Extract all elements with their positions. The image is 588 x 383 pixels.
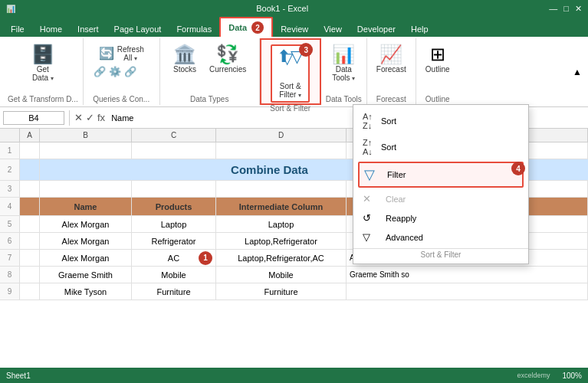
forecast-button[interactable]: 📈 Forecast: [372, 43, 411, 76]
cell-a7[interactable]: [20, 250, 40, 266]
forecast-items: 📈 Forecast: [372, 40, 411, 93]
queries-connections-button[interactable]: 🔄 RefreshAll ▾: [90, 43, 152, 64]
reapply-label: Reapply: [386, 214, 416, 223]
tab-help[interactable]: Help: [403, 21, 436, 37]
cell-b9[interactable]: Mike Tyson: [40, 283, 132, 300]
tab-view[interactable]: View: [316, 21, 350, 37]
sort-desc-item[interactable]: Z↑A↓ Sort: [353, 134, 528, 160]
cell-a1[interactable]: [20, 142, 40, 159]
cell-b6[interactable]: Alex Morgan: [40, 233, 132, 249]
cell-d5[interactable]: Laptop: [216, 216, 347, 232]
col-header-b[interactable]: B: [40, 129, 132, 142]
title-bar: 📊 Book1 - Excel — □ ✕: [0, 0, 588, 17]
cell-b3[interactable]: [40, 181, 132, 197]
title-bar-text: Book1 - Excel: [15, 4, 549, 13]
name-box[interactable]: [3, 111, 64, 125]
cell-d4[interactable]: Intermediate Column: [216, 198, 347, 215]
cell-b1[interactable]: [40, 142, 132, 159]
ribbon-group-queries: 🔄 RefreshAll ▾ 🔗 ⚙️ 🔗 Queries & Con...: [84, 38, 160, 105]
filter-label: Filter: [387, 170, 406, 179]
cell-d1[interactable]: [216, 142, 347, 159]
currencies-icon: 💱: [216, 45, 239, 64]
cell-c4[interactable]: Products: [132, 198, 216, 215]
sort-asc-item[interactable]: A↑Z↓ Sort: [353, 108, 528, 134]
tab-file[interactable]: File: [3, 21, 32, 37]
zoom-level: 100%: [562, 372, 582, 380]
col-header-a[interactable]: A: [20, 129, 40, 142]
properties-icon: ⚙️: [109, 66, 121, 77]
filter-item[interactable]: ▽ Filter 4: [358, 162, 524, 188]
sheet-tab[interactable]: Sheet1: [6, 372, 31, 380]
cell-a4[interactable]: [20, 198, 40, 215]
cell-a9[interactable]: [20, 283, 40, 300]
confirm-formula-icon[interactable]: ✓: [86, 112, 94, 123]
cell-d9[interactable]: Furniture: [216, 283, 347, 300]
tab-formulas[interactable]: Formulas: [169, 21, 219, 37]
tab-developer[interactable]: Developer: [350, 21, 403, 37]
clear-item[interactable]: ✕ Clear: [353, 189, 528, 208]
tab-review[interactable]: Review: [273, 21, 316, 37]
cell-c1[interactable]: [132, 142, 216, 159]
col-header-c[interactable]: C: [132, 129, 216, 142]
cell-b8[interactable]: Graeme Smith: [40, 267, 132, 283]
stocks-button[interactable]: 🏛️ Stocks: [168, 43, 202, 76]
cell-c3[interactable]: [132, 181, 216, 197]
tab-insert[interactable]: Insert: [70, 21, 107, 37]
ribbon-overflow[interactable]: ▲: [573, 38, 585, 105]
cell-a6[interactable]: [20, 233, 40, 249]
data-types-label: Data Types: [190, 93, 228, 103]
sort-asc-label: Sort: [381, 116, 396, 126]
tab-data[interactable]: Data 2: [219, 17, 273, 37]
close-btn[interactable]: ✕: [575, 4, 582, 14]
cell-a5[interactable]: [20, 216, 40, 232]
cell-c9[interactable]: Furniture: [132, 283, 216, 300]
tab-home[interactable]: Home: [32, 21, 70, 37]
cell-d7[interactable]: Laptop,Refrigerator,AC: [216, 250, 347, 266]
cell-c7[interactable]: AC 1: [132, 250, 216, 266]
advanced-item[interactable]: ▽ Advanced: [353, 228, 528, 247]
cancel-formula-icon[interactable]: ✕: [74, 112, 83, 123]
ribbon-group-outline: ⊞ Outline Outline: [416, 38, 459, 105]
sort-filter-label: Sort & Filter: [270, 103, 310, 113]
outline-button[interactable]: ⊞ Outline: [421, 43, 455, 76]
queries-items: 🔄 RefreshAll ▾ 🔗 ⚙️ 🔗: [90, 40, 152, 93]
cell-b4[interactable]: Name: [40, 198, 132, 215]
table-row: 8 Graeme Smith Mobile Mobile Graeme Smit…: [0, 267, 588, 283]
minimize-btn[interactable]: —: [549, 4, 557, 14]
get-data-button[interactable]: 🗄️ GetData ▾: [20, 43, 66, 84]
ribbon-group-get-transform: 🗄️ GetData ▾ Get & Transform D...: [3, 38, 84, 105]
insert-function-icon[interactable]: fx: [97, 112, 105, 123]
ribbon-group-data-tools: 📊 DataTools ▾ Data Tools: [321, 38, 367, 105]
advanced-label: Advanced: [386, 233, 423, 242]
cell-b5[interactable]: Alex Morgan: [40, 216, 132, 232]
edit-links-icon: 🔗: [124, 66, 136, 77]
cell-c6[interactable]: Refrigerator: [132, 233, 216, 249]
ribbon-group-data-types: 🏛️ Stocks 💱 Currencies Data Types: [160, 38, 260, 105]
col-header-d[interactable]: D: [216, 129, 347, 142]
cell-e8[interactable]: Graeme Smith so: [347, 267, 588, 283]
currencies-button[interactable]: 💱 Currencies: [205, 43, 251, 76]
cell-d6[interactable]: Laptop,Refrigerator: [216, 233, 347, 249]
tab-page-layout[interactable]: Page Layout: [107, 21, 169, 37]
formula-divider: [69, 110, 70, 126]
cell-d8[interactable]: Mobile: [216, 267, 347, 283]
maximize-btn[interactable]: □: [563, 4, 569, 14]
ribbon-group-forecast: 📈 Forecast Forecast: [367, 38, 416, 105]
cell-b7[interactable]: Alex Morgan: [40, 250, 132, 266]
data-tools-button[interactable]: 📊 DataTools ▾: [327, 43, 360, 84]
ribbon-group-sort-filter: ⬆▽ ▽ Sort &Filter ▾ 3 Sort & Filter: [260, 38, 321, 105]
cell-e9[interactable]: [347, 283, 588, 300]
data-tools-items: 📊 DataTools ▾: [327, 40, 360, 93]
outline-icon: ⊞: [430, 45, 445, 64]
row-num-4: 4: [0, 198, 20, 215]
get-transform-label: Get & Transform D...: [8, 93, 78, 103]
cell-c5[interactable]: Laptop: [132, 216, 216, 232]
cell-a8[interactable]: [20, 267, 40, 283]
connections-icon: 🔗: [94, 66, 106, 77]
reapply-item[interactable]: ↺ Reapply: [353, 208, 528, 228]
cell-a3[interactable]: [20, 181, 40, 197]
row-num-8: 8: [0, 267, 20, 283]
cell-a2[interactable]: [20, 159, 40, 180]
cell-d3[interactable]: [216, 181, 347, 197]
cell-c8[interactable]: Mobile: [132, 267, 216, 283]
